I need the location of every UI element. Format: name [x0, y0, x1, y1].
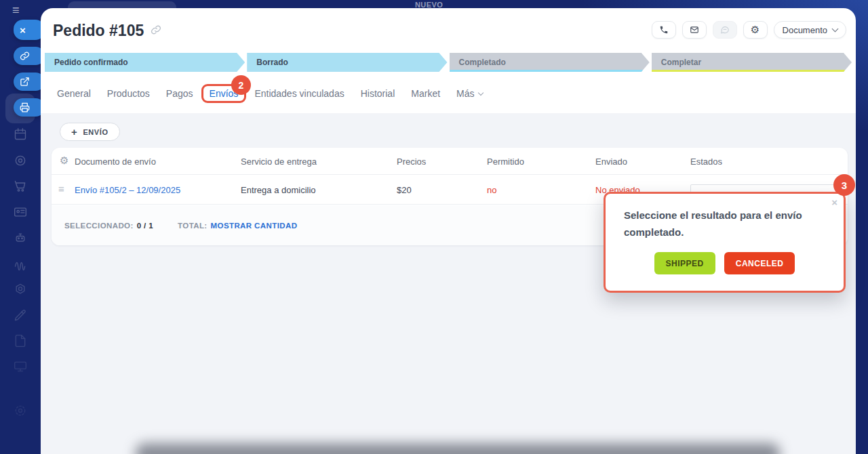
stage-completar[interactable]: Completar — [652, 53, 852, 72]
tab-productos[interactable]: Productos — [107, 88, 150, 99]
selected-value: 0 / 1 — [137, 222, 153, 230]
document-icon[interactable] — [9, 330, 31, 352]
selected-label: SELECCIONADO: — [64, 222, 134, 230]
col-enviado[interactable]: Enviado — [595, 157, 627, 167]
status-pipeline: Pedido confirmado Borrado Completado Com… — [45, 53, 852, 72]
stage-pedido-confirmado[interactable]: Pedido confirmado — [45, 53, 245, 72]
settings-icon[interactable] — [9, 400, 31, 421]
hexagon-icon[interactable] — [9, 278, 31, 300]
settings-button[interactable]: ⚙ — [743, 21, 768, 39]
canceled-button[interactable]: CANCELED — [724, 252, 795, 274]
document-dropdown-label: Documento — [783, 25, 827, 35]
service-cell: Entrega a domicilio — [241, 185, 316, 195]
external-link-icon — [20, 77, 30, 87]
annotation-badge-3: 3 — [833, 174, 855, 196]
permalink-icon[interactable] — [151, 24, 161, 38]
target-icon[interactable] — [9, 150, 31, 171]
presentation-icon[interactable] — [9, 356, 31, 377]
tab-mas[interactable]: Más — [456, 88, 482, 99]
stage-completado[interactable]: Completado — [450, 53, 650, 72]
mail-button[interactable] — [682, 21, 707, 39]
document-dropdown[interactable]: Documento — [774, 21, 846, 39]
chevron-down-icon — [477, 89, 483, 95]
popup-message: Seleccione el resultado para el envío co… — [624, 207, 827, 241]
allowed-cell: no — [487, 185, 496, 195]
annotation-badge-2: 2 — [231, 75, 251, 95]
shipped-button[interactable]: SHIPPED — [654, 252, 715, 274]
chat-icon — [720, 25, 730, 35]
add-shipment-button[interactable]: + ENVÍO — [60, 123, 120, 141]
plus-icon: + — [71, 126, 77, 138]
tab-general[interactable]: General — [57, 88, 91, 99]
page-title: Pedido #105 — [53, 22, 144, 40]
call-button[interactable] — [652, 21, 676, 39]
calendar-icon[interactable] — [9, 123, 31, 145]
background-shadow — [136, 443, 780, 454]
link-icon — [20, 51, 30, 61]
tab-pagos[interactable]: Pagos — [166, 88, 193, 99]
cart-icon[interactable] — [9, 176, 31, 197]
menu-icon[interactable]: ≡ — [12, 4, 20, 16]
bot-icon[interactable] — [9, 227, 31, 249]
chat-button[interactable] — [713, 21, 737, 39]
col-precios[interactable]: Precios — [397, 157, 426, 167]
popup-close-icon[interactable]: × — [831, 197, 837, 208]
drag-handle-icon[interactable]: ≡ — [58, 183, 64, 194]
shipment-link[interactable]: Envío #105/2 – 12/09/2025 — [75, 185, 180, 195]
phone-icon — [659, 25, 669, 35]
tab-market[interactable]: Market — [411, 88, 440, 99]
mail-icon — [690, 25, 699, 35]
tab-bar: General Productos Pagos Envíos Entidades… — [57, 88, 483, 99]
gear-icon: ⚙ — [751, 24, 760, 36]
price-cell: $20 — [397, 185, 412, 195]
close-icon: × — [20, 24, 26, 36]
show-total-link[interactable]: MOSTRAR CANTIDAD — [211, 222, 298, 230]
printer-icon — [20, 102, 30, 112]
chevron-down-icon — [832, 26, 839, 33]
col-documento[interactable]: Documento de envío — [75, 157, 156, 167]
add-shipment-label: ENVÍO — [83, 128, 108, 136]
id-card-icon[interactable] — [9, 201, 31, 223]
shipment-result-popup: × Seleccione el resultado para el envío … — [604, 192, 846, 293]
table-header: ⚙ Documento de envío Servicio de entrega… — [52, 148, 848, 175]
col-permitido[interactable]: Permitido — [487, 157, 524, 167]
stage-borrado[interactable]: Borrado — [247, 53, 447, 72]
tab-historial[interactable]: Historial — [361, 88, 395, 99]
pen-icon[interactable] — [9, 304, 31, 326]
column-settings-icon[interactable]: ⚙ — [60, 155, 68, 165]
total-label: TOTAL: — [178, 222, 208, 230]
marketing-icon[interactable] — [9, 253, 31, 274]
col-estados[interactable]: Estados — [690, 157, 722, 167]
tab-entidades-vinculadas[interactable]: Entidades vinculadas — [254, 88, 344, 99]
sidebar: ≡ — [0, 0, 41, 454]
col-servicio[interactable]: Servicio de entrega — [241, 157, 317, 167]
